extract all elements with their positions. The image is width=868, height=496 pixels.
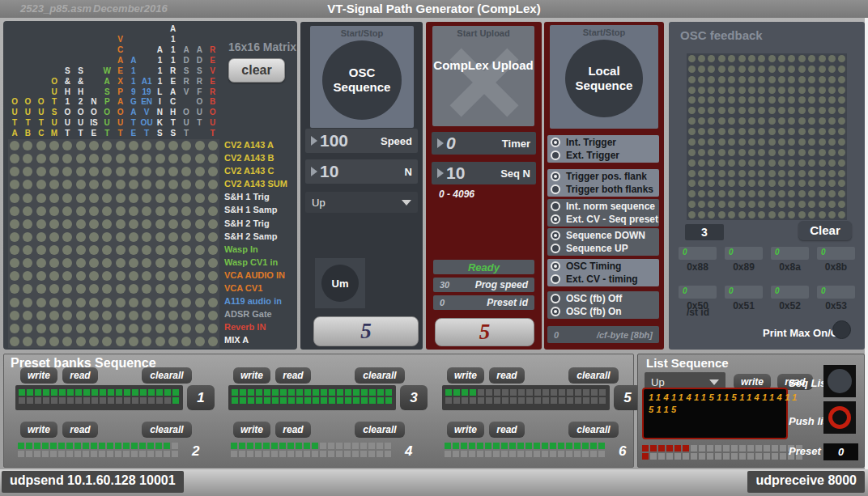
matrix-cell[interactable] <box>36 271 46 281</box>
matrix-cell[interactable] <box>116 167 126 176</box>
matrix-cell[interactable] <box>10 245 19 255</box>
matrix-cell[interactable] <box>49 271 59 281</box>
matrix-cell[interactable] <box>49 180 59 189</box>
preset-slot[interactable] <box>445 443 451 449</box>
preset-slot[interactable] <box>493 451 500 457</box>
preset-slot[interactable] <box>352 451 359 457</box>
preset-slot[interactable] <box>353 397 360 404</box>
list-slot[interactable] <box>772 453 778 460</box>
preset-slot[interactable] <box>239 443 245 449</box>
matrix-cell[interactable] <box>49 141 59 150</box>
matrix-cell[interactable] <box>195 271 205 281</box>
matrix-cell[interactable] <box>155 167 165 176</box>
matrix-cell[interactable] <box>89 284 99 294</box>
matrix-cell[interactable] <box>62 141 72 150</box>
preset-slot[interactable] <box>453 389 460 396</box>
read-button[interactable]: read <box>62 422 98 438</box>
matrix-cell[interactable] <box>208 284 218 294</box>
preset-slot[interactable] <box>50 451 57 457</box>
preset-slot[interactable] <box>361 389 368 396</box>
list-slot[interactable] <box>699 445 705 451</box>
clearall-button[interactable]: clearall <box>142 367 192 384</box>
matrix-cell[interactable] <box>49 232 59 242</box>
matrix-cell[interactable] <box>208 337 218 346</box>
matrix-cell[interactable] <box>195 232 205 242</box>
list-slot[interactable] <box>739 445 746 451</box>
preset-slot[interactable] <box>591 397 598 404</box>
radio-icon[interactable] <box>551 150 560 160</box>
matrix-cell[interactable] <box>181 245 191 255</box>
matrix-cell[interactable] <box>208 141 218 150</box>
preset-slot[interactable] <box>453 443 459 449</box>
matrix-cell[interactable] <box>208 206 218 216</box>
preset-slot[interactable] <box>385 397 392 404</box>
clearall-button[interactable]: clearall <box>355 367 405 384</box>
preset-slot[interactable] <box>19 389 25 396</box>
preset-slot[interactable] <box>542 389 549 396</box>
preset-slot[interactable] <box>271 443 278 449</box>
preset-slot[interactable] <box>336 451 343 457</box>
matrix-cell[interactable] <box>155 337 165 346</box>
matrix-cell[interactable] <box>89 245 99 255</box>
preset-slot[interactable] <box>575 397 581 404</box>
matrix-cell[interactable] <box>10 167 19 176</box>
list-slot[interactable] <box>666 453 673 460</box>
matrix-cell[interactable] <box>116 258 126 268</box>
preset-slot[interactable] <box>320 443 326 449</box>
matrix-cell[interactable] <box>23 154 32 163</box>
preset-slot[interactable] <box>83 451 89 457</box>
preset-slot[interactable] <box>100 397 106 404</box>
matrix-cell[interactable] <box>10 232 19 242</box>
matrix-cell[interactable] <box>208 298 218 307</box>
preset-slot[interactable] <box>344 443 351 449</box>
radio-option[interactable]: OSC (fb) Off <box>551 292 656 305</box>
matrix-cell[interactable] <box>195 311 205 320</box>
clearall-button[interactable]: clearall <box>142 422 192 438</box>
register-value[interactable]: 0 <box>771 286 809 299</box>
preset-slot[interactable] <box>360 443 367 449</box>
preset-slot[interactable] <box>369 389 376 396</box>
preset-slot[interactable] <box>510 397 517 404</box>
preset-slot[interactable] <box>494 397 500 404</box>
preset-slot[interactable] <box>445 389 452 396</box>
preset-slot[interactable] <box>312 443 318 449</box>
preset-slot[interactable] <box>91 397 98 404</box>
preset-slot[interactable] <box>287 443 294 449</box>
read-button[interactable]: read <box>275 367 311 384</box>
matrix-cell[interactable] <box>36 154 46 163</box>
matrix-cell[interactable] <box>155 245 165 255</box>
preset-slot[interactable] <box>156 389 163 396</box>
matrix-cell[interactable] <box>168 284 178 294</box>
matrix-cell[interactable] <box>62 311 72 320</box>
radio-option[interactable]: Int. norm sequence <box>551 200 656 213</box>
matrix-cell[interactable] <box>208 193 218 203</box>
radio-option[interactable]: Trigger pos. flank <box>551 170 656 183</box>
preset-slot[interactable] <box>337 389 343 396</box>
list-slot[interactable] <box>707 453 713 460</box>
preset-slot[interactable] <box>43 397 49 404</box>
matrix-cell[interactable] <box>49 245 59 255</box>
preset-slot[interactable] <box>501 443 508 449</box>
matrix-cell[interactable] <box>155 141 165 150</box>
matrix-cell[interactable] <box>76 245 86 255</box>
clearall-button[interactable]: clearall <box>568 422 619 438</box>
preset-slot[interactable] <box>288 389 295 396</box>
matrix-cell[interactable] <box>181 180 191 189</box>
preset-slot[interactable] <box>43 389 49 396</box>
radio-icon[interactable] <box>551 172 560 181</box>
preset-slot[interactable] <box>559 397 565 404</box>
seq-list-button[interactable] <box>828 369 852 393</box>
matrix-cell[interactable] <box>195 245 205 255</box>
read-button[interactable]: read <box>489 367 525 384</box>
preset-slot[interactable] <box>377 389 384 396</box>
preset-slot[interactable] <box>296 389 303 396</box>
preset-slot[interactable] <box>51 389 57 396</box>
preset-slot[interactable] <box>445 451 451 457</box>
matrix-cell[interactable] <box>102 337 112 346</box>
matrix-cell[interactable] <box>195 154 205 163</box>
preset-slot[interactable] <box>462 389 468 396</box>
list-slot[interactable] <box>715 445 721 451</box>
preset-slot[interactable] <box>116 397 122 404</box>
matrix-cell[interactable] <box>23 167 32 176</box>
preset-slot[interactable] <box>337 397 343 404</box>
